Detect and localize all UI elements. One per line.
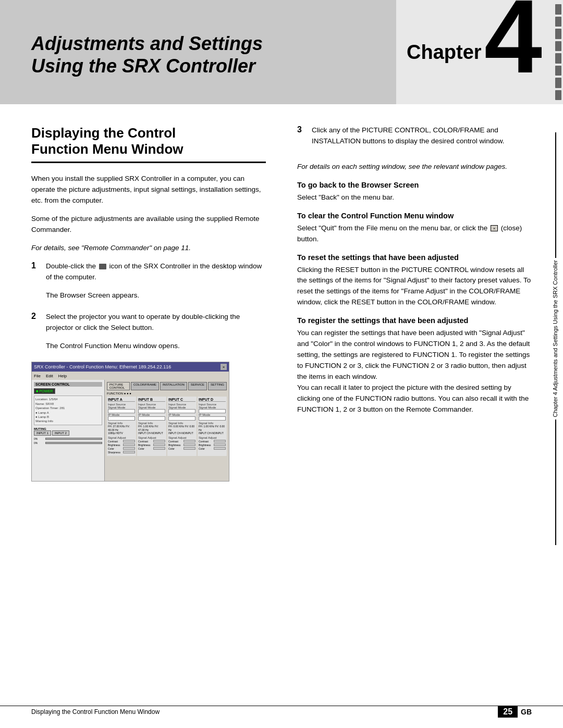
scr-field-adjust-a: Signal Adjust Contrast Brightness Color … bbox=[108, 436, 135, 454]
scr-signal-info-b: FH: 1.00 KHz FV: 47.00 HzINPUT CH-NOINPU… bbox=[138, 425, 165, 435]
step-1-number: 1 bbox=[31, 261, 41, 304]
chapter-label-block: Chapter 4 bbox=[396, 0, 563, 104]
step-3-number: 3 bbox=[297, 125, 307, 154]
scr-col-d-header: INPUT D bbox=[199, 398, 226, 402]
body-reset-settings: Clicking the RESET button in the PICTURE… bbox=[297, 265, 532, 309]
scr-input-b bbox=[138, 409, 165, 413]
menu-help: Help bbox=[58, 374, 67, 378]
sidebar-line-bottom bbox=[555, 419, 556, 545]
scr-bright-row-d: Brightness bbox=[199, 443, 226, 447]
scr-muting-inp1: INPUT 1 bbox=[34, 430, 51, 436]
sidebar-line-top bbox=[555, 132, 556, 258]
subheading-browser-back: To go back to the Browser Screen bbox=[297, 181, 532, 189]
scr-slider-row-1: 0% bbox=[34, 437, 102, 440]
accent-bar bbox=[555, 4, 561, 15]
computer-icon bbox=[99, 264, 106, 269]
intro-paragraph-2: Some of the picture adjustments are avai… bbox=[31, 214, 266, 236]
screenshot-body: SCREEN CONTROL ■ POWER Location: 1/5/6# … bbox=[32, 380, 229, 481]
page-right-sidebar: Chapter 4 Adjustments and Settings Using… bbox=[548, 130, 563, 547]
scr-tab-color: COLOR/FRAME bbox=[131, 382, 159, 390]
italic-note-remote: For details, see "Remote Commander" on p… bbox=[31, 243, 266, 254]
intro-paragraph-1: When you install the supplied SRX Contro… bbox=[31, 174, 266, 206]
scr-contrast-row-a: Contrast bbox=[108, 440, 135, 443]
step-3-text: Click any of the PICTURE CONTROL, COLOR/… bbox=[312, 125, 532, 147]
scr-field-signal-d: Signal Info FH: 1.00 KHz FV: 0.00 HzINPU… bbox=[199, 422, 226, 435]
scr-power-row: ■ POWER bbox=[34, 388, 102, 394]
scr-tab-service: SERVICE bbox=[188, 382, 207, 390]
step-1-content: Double-click the icon of the SRX Control… bbox=[46, 261, 266, 304]
scr-adjust-controls-d: Contrast Brightness Color bbox=[199, 440, 226, 450]
page-footer: Displaying the Control Function Menu Win… bbox=[0, 706, 563, 718]
scr-color-row-d: Color bbox=[199, 447, 226, 450]
scr-info-text: Location: 1/5/6# Name: SRX8 Operation Ti… bbox=[35, 397, 101, 423]
accent-bar bbox=[555, 53, 561, 64]
step-1: 1 Double-click the icon of the SRX Contr… bbox=[31, 261, 266, 304]
left-column: Displaying the Control Function Menu Win… bbox=[0, 125, 282, 482]
scr-tab-picture: PICTURE CONTROL bbox=[107, 382, 130, 390]
scr-sharp-row-a: Sharpness bbox=[108, 451, 135, 454]
scr-signal-info-c: FH: 0.00 KHz FV: 0.00 HzINPUT CH-NOINPUT bbox=[168, 425, 195, 435]
scr-contrast-row-b: Contrast bbox=[138, 440, 165, 443]
close-icon-box: × bbox=[491, 225, 498, 231]
step-2-note: The Control Function Menu window opens. bbox=[46, 341, 266, 352]
screenshot-box: SRX Controller - Control Function Menu: … bbox=[31, 362, 229, 482]
body-register-settings: You can register the settings that have … bbox=[297, 328, 532, 415]
scr-field-source-c: Input Source Signal Mode IP Mode bbox=[168, 403, 195, 421]
scr-signal-info-d: FH: 1.00 KHz FV: 0.00 HzINPUT CH-NOINPUT bbox=[199, 425, 226, 435]
scr-muting-row: INPUT 1 INPUT 2 bbox=[34, 430, 102, 436]
accent-bar bbox=[555, 78, 561, 88]
page-number-box: 25 bbox=[498, 706, 518, 718]
scr-info-area: Location: 1/5/6# Name: SRX8 Operation Ti… bbox=[34, 396, 102, 425]
scr-col-c: INPUT C Input Source Signal Mode IP Mode… bbox=[167, 397, 197, 456]
step-3-content: Click any of the PICTURE CONTROL, COLOR/… bbox=[312, 125, 532, 154]
screenshot-right-panel: PICTURE CONTROL COLOR/FRAME INSTALLATION… bbox=[105, 380, 229, 481]
scr-power-btn: ■ POWER bbox=[34, 388, 55, 394]
scr-adjust-controls-a: Contrast Brightness Color Sharpness bbox=[108, 440, 135, 454]
screenshot-menubar: File Edit Help bbox=[32, 372, 229, 380]
step-1-note: The Browser Screen appears. bbox=[46, 290, 266, 301]
scr-tab-setting: SETTING bbox=[208, 382, 227, 390]
scr-col-d: INPUT D Input Source Signal Mode IP Mode… bbox=[198, 397, 227, 456]
scr-field-signal-a: Signal Info FH: 27.00 KHz FV: 49.00 Hz10… bbox=[108, 422, 135, 435]
footer-page-number: 25 GB bbox=[498, 706, 532, 718]
scr-slider-label-1: 0% bbox=[34, 437, 44, 440]
chapter-word: Chapter bbox=[407, 41, 482, 64]
chapter-title-block: Adjustments and Settings Using the SRX C… bbox=[0, 0, 396, 104]
italic-note-windows: For details on each setting window, see … bbox=[297, 162, 532, 172]
scr-tabs: PICTURE CONTROL COLOR/FRAME INSTALLATION… bbox=[107, 382, 227, 390]
scr-color-row-b: Color bbox=[138, 447, 165, 450]
scr-input-a bbox=[108, 409, 135, 413]
scr-field-source-b: Input Source Signal Mode IP Mode bbox=[138, 403, 165, 421]
screenshot-titlebar: SRX Controller - Control Function Menu: … bbox=[32, 362, 229, 372]
scr-color-row-a: Color bbox=[108, 447, 135, 450]
screenshot-close-btn: × bbox=[221, 364, 227, 370]
accent-bar bbox=[555, 17, 561, 27]
accent-bar bbox=[555, 29, 561, 39]
scr-field-adjust-c: Signal Adjust Contrast Brightness Color bbox=[168, 436, 195, 450]
scr-data-grid: INPUT A Input Source Signal Mode IP Mode… bbox=[107, 397, 227, 456]
scr-slider-1 bbox=[45, 438, 102, 440]
footer-left-text: Displaying the Control Function Menu Win… bbox=[31, 708, 160, 715]
step-2-text: Select the projector you want to operate… bbox=[46, 312, 266, 334]
step-2-content: Select the projector you want to operate… bbox=[46, 312, 266, 355]
page-suffix: GB bbox=[521, 708, 532, 716]
scr-slider-label-2: 0% bbox=[34, 441, 44, 445]
subheading-reset-settings: To reset the settings that have been adj… bbox=[297, 253, 532, 262]
step-2-number: 2 bbox=[31, 312, 41, 355]
scr-field-adjust-b: Signal Adjust Contrast Brightness Color bbox=[138, 436, 165, 450]
section-heading: Displaying the Control Function Menu Win… bbox=[31, 125, 266, 163]
menu-file: File bbox=[34, 374, 41, 378]
accent-bar bbox=[555, 90, 561, 101]
scr-screen-control-label: SCREEN CONTROL bbox=[34, 382, 102, 387]
accent-bar bbox=[555, 41, 561, 52]
scr-color-row-c: Color bbox=[168, 447, 195, 450]
scr-field-signal-c: Signal Info FH: 0.00 KHz FV: 0.00 HzINPU… bbox=[168, 422, 195, 435]
scr-muting-inp2: INPUT 2 bbox=[52, 430, 69, 436]
scr-bright-row-c: Brightness bbox=[168, 443, 195, 447]
scr-field-signal-b: Signal Info FH: 1.00 KHz FV: 47.00 HzINP… bbox=[138, 422, 165, 435]
chapter-header: Adjustments and Settings Using the SRX C… bbox=[0, 0, 563, 104]
scr-input-d bbox=[199, 409, 226, 413]
scr-slider-row-2: 0% bbox=[34, 441, 102, 445]
scr-adjust-controls-c: Contrast Brightness Color bbox=[168, 440, 195, 450]
step-3: 3 Click any of the PICTURE CONTROL, COLO… bbox=[297, 125, 532, 154]
